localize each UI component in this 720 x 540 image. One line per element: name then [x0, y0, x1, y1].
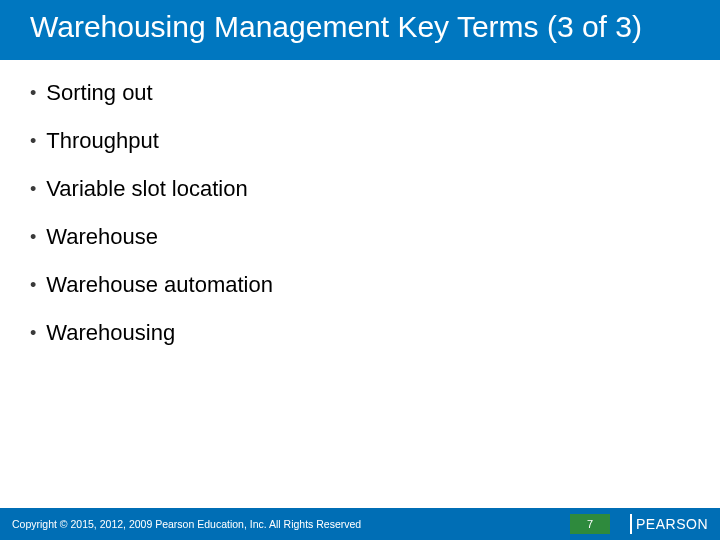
- term-text: Warehouse automation: [46, 272, 273, 298]
- term-text: Variable slot location: [46, 176, 247, 202]
- list-item: •Warehouse: [30, 224, 690, 250]
- slide-title: Warehousing Management Key Terms (3 of 3…: [0, 8, 720, 46]
- logo-bar-icon: [630, 514, 632, 534]
- list-item: •Sorting out: [30, 80, 690, 106]
- list-item: •Warehouse automation: [30, 272, 690, 298]
- bullet-icon: •: [30, 80, 36, 106]
- bullet-icon: •: [30, 272, 36, 298]
- title-band: Warehousing Management Key Terms (3 of 3…: [0, 0, 720, 60]
- copyright-text: Copyright © 2015, 2012, 2009 Pearson Edu…: [0, 518, 570, 530]
- terms-list: •Sorting out •Throughput •Variable slot …: [30, 80, 690, 346]
- slide: Warehousing Management Key Terms (3 of 3…: [0, 0, 720, 540]
- brand-name: PEARSON: [636, 516, 708, 532]
- term-text: Warehouse: [46, 224, 158, 250]
- brand-logo: PEARSON: [630, 514, 708, 534]
- page-number-badge: 7: [570, 514, 610, 534]
- list-item: •Variable slot location: [30, 176, 690, 202]
- term-text: Sorting out: [46, 80, 152, 106]
- term-text: Throughput: [46, 128, 159, 154]
- list-item: •Throughput: [30, 128, 690, 154]
- footer-bar: Copyright © 2015, 2012, 2009 Pearson Edu…: [0, 508, 720, 540]
- bullet-icon: •: [30, 176, 36, 202]
- term-text: Warehousing: [46, 320, 175, 346]
- bullet-icon: •: [30, 128, 36, 154]
- bullet-icon: •: [30, 320, 36, 346]
- bullet-icon: •: [30, 224, 36, 250]
- list-item: •Warehousing: [30, 320, 690, 346]
- content-area: •Sorting out •Throughput •Variable slot …: [0, 60, 720, 541]
